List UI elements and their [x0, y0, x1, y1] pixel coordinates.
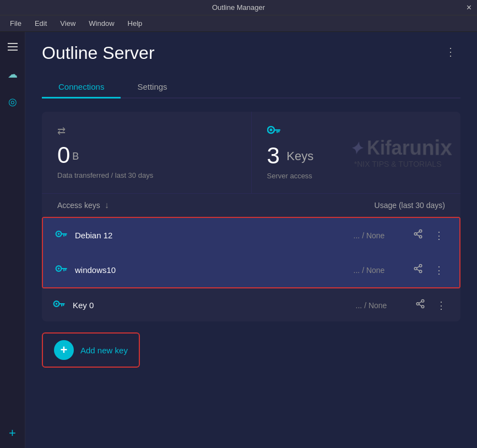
page-header: Outline Server ⋮ — [42, 43, 460, 63]
stat-transfer-value: 0B — [57, 144, 236, 167]
svg-rect-9 — [63, 234, 64, 237]
more-button-windows10[interactable]: ⋮ — [431, 262, 447, 278]
svg-rect-8 — [65, 234, 66, 236]
sidebar-cloud-icon[interactable]: ☁ — [4, 66, 21, 83]
close-button[interactable]: × — [467, 3, 471, 13]
more-options-button[interactable]: ⋮ — [441, 43, 460, 61]
stats-row: ⇄ 0B Data transferred / last 30 days — [42, 112, 460, 193]
key-name-key0: Key 0 — [73, 301, 330, 310]
svg-point-22 — [419, 270, 422, 273]
key-usage-windows10: ... / None — [336, 266, 402, 275]
svg-point-11 — [414, 233, 417, 236]
key-actions-key0: ⋮ — [412, 297, 449, 314]
key-icon-key0 — [53, 299, 65, 311]
keys-section-header: Access keys ↓ Usage (last 30 days) — [42, 193, 460, 217]
svg-rect-3 — [278, 131, 280, 133]
key-usage-debian12: ... / None — [336, 231, 402, 240]
svg-line-23 — [416, 269, 419, 271]
svg-rect-2 — [274, 129, 280, 131]
svg-rect-7 — [61, 233, 67, 234]
add-key-section: + Add new key — [42, 332, 460, 368]
svg-point-21 — [414, 267, 417, 270]
hamburger-lines-icon — [8, 43, 18, 51]
app-layout: ☁ ◎ + Outline Server ⋮ Connections Setti… — [0, 32, 477, 448]
svg-line-13 — [416, 234, 419, 236]
sidebar-add-icon[interactable]: + — [4, 425, 21, 441]
share-icon-debian12 — [413, 229, 423, 239]
svg-line-34 — [419, 302, 421, 303]
svg-point-10 — [419, 230, 422, 233]
menu-window[interactable]: Window — [83, 17, 120, 30]
svg-point-26 — [56, 303, 58, 305]
key-name-windows10: windows10 — [75, 265, 328, 275]
stat-transfer: ⇄ 0B Data transferred / last 30 days — [42, 112, 252, 193]
sidebar-hamburger-icon[interactable] — [4, 39, 21, 55]
menu-help[interactable]: Help — [122, 17, 148, 30]
key-row-windows10: windows10 ... / None ⋮ — [43, 253, 459, 287]
main-content: Outline Server ⋮ Connections Settings ⇄ … — [25, 32, 477, 448]
add-key-circle-icon: + — [54, 340, 74, 360]
page-title: Outline Server — [42, 43, 155, 63]
svg-line-14 — [416, 232, 419, 233]
key-usage-key0: ... / None — [338, 301, 404, 310]
svg-point-30 — [421, 300, 424, 303]
stat-keys: 3 Keys Server access ✦ Kifarunix *NIX TI… — [252, 112, 461, 193]
stat-transfer-label: Data transferred / last 30 days — [57, 171, 236, 179]
key-name-debian12: Debian 12 — [75, 231, 328, 240]
add-key-label: Add new key — [80, 346, 128, 355]
share-icon-key0 — [415, 299, 425, 309]
svg-point-12 — [419, 236, 422, 238]
key-row-key0: Key 0 ... / None ⋮ — [42, 288, 460, 321]
key-actions-debian12: ⋮ — [410, 227, 447, 244]
tab-connections[interactable]: Connections — [42, 77, 121, 99]
key-actions-windows10: ⋮ — [410, 261, 447, 278]
arrow-down-icon: ↓ — [105, 200, 109, 210]
svg-rect-18 — [65, 269, 66, 271]
svg-point-1 — [269, 129, 272, 132]
keys-header-left: Access keys ↓ — [57, 200, 109, 210]
svg-rect-4 — [277, 131, 278, 133]
svg-rect-29 — [61, 304, 62, 307]
more-button-debian12[interactable]: ⋮ — [431, 227, 447, 244]
tab-settings[interactable]: Settings — [121, 77, 183, 99]
svg-point-31 — [416, 303, 419, 305]
svg-point-6 — [58, 233, 60, 235]
key-icon-windows10 — [55, 264, 67, 276]
share-button-key0[interactable] — [412, 297, 429, 314]
sidebar: ☁ ◎ + — [0, 32, 25, 448]
key-icon-svg — [267, 125, 280, 135]
keys-list: Debian 12 ... / None ⋮ — [42, 217, 460, 321]
key-stat-icon — [267, 125, 446, 138]
svg-rect-17 — [61, 268, 67, 269]
more-button-key0[interactable]: ⋮ — [433, 297, 449, 314]
share-icon-windows10 — [413, 264, 423, 274]
selected-keys-group: Debian 12 ... / None ⋮ — [42, 217, 460, 288]
stat-keys-value: 3 Keys — [267, 144, 446, 167]
menu-edit[interactable]: Edit — [29, 17, 52, 30]
app-title: Outline Manager — [212, 3, 265, 12]
share-button-debian12[interactable] — [410, 227, 426, 244]
add-new-key-button[interactable]: + Add new key — [42, 332, 140, 368]
transfer-icon: ⇄ — [57, 125, 66, 137]
menu-view[interactable]: View — [55, 17, 81, 30]
svg-point-20 — [419, 265, 422, 267]
svg-point-32 — [421, 305, 424, 308]
svg-point-16 — [58, 267, 60, 270]
menu-bar: File Edit View Window Help — [0, 15, 477, 32]
svg-line-33 — [419, 304, 421, 306]
stat-keys-label: Server access — [267, 172, 446, 180]
menu-file[interactable]: File — [4, 17, 27, 30]
key-row-debian12: Debian 12 ... / None ⋮ — [43, 218, 459, 253]
key-icon-debian12 — [55, 230, 67, 241]
share-button-windows10[interactable] — [410, 261, 426, 278]
title-bar: Outline Manager × — [0, 0, 477, 15]
svg-rect-28 — [63, 304, 64, 306]
access-keys-label: Access keys — [57, 201, 100, 210]
tabs-bar: Connections Settings — [42, 77, 460, 99]
svg-rect-19 — [63, 269, 64, 271]
sidebar-circle-icon[interactable]: ◎ — [4, 94, 21, 110]
usage-header-label: Usage (last 30 days) — [375, 201, 445, 210]
svg-rect-27 — [59, 303, 64, 304]
svg-line-24 — [416, 266, 419, 268]
